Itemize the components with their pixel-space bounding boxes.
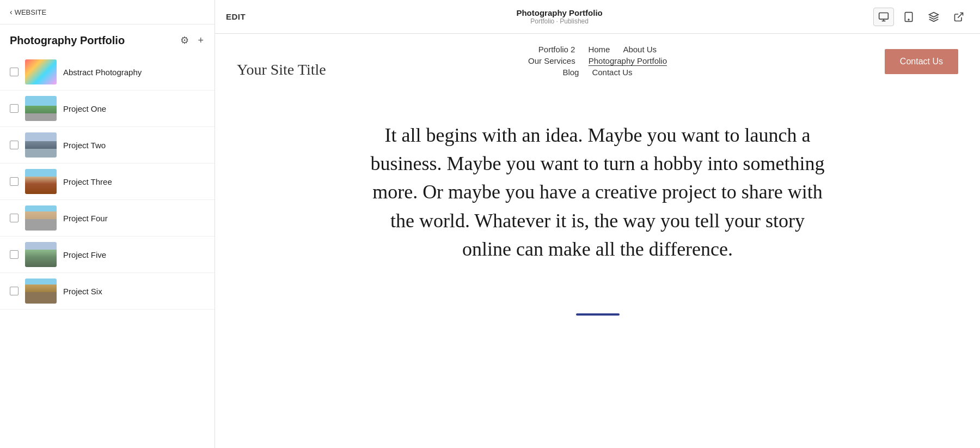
settings-button[interactable]: ⚙ [179, 33, 190, 47]
desktop-icon [878, 11, 889, 22]
sidebar-title-row: Photography Portfolio ⚙ + [0, 25, 215, 50]
nav-portfolio2[interactable]: Portfolio 2 [538, 45, 575, 54]
nav-blog[interactable]: Blog [562, 68, 579, 77]
external-link-button[interactable] [948, 8, 969, 26]
external-link-icon [953, 11, 964, 22]
nav-row-1: Portfolio 2 Home About Us [538, 45, 657, 54]
site-title: Your Site Title [237, 45, 326, 78]
preview-area: Your Site Title Portfolio 2 Home About U… [215, 34, 980, 448]
back-label: WEBSITE [15, 8, 47, 16]
svg-line-5 [958, 13, 963, 17]
sidebar-back-row[interactable]: ‹ WEBSITE [0, 0, 215, 25]
paint-icon [928, 11, 939, 22]
back-arrow-icon: ‹ [10, 8, 13, 16]
tablet-view-button[interactable] [898, 8, 919, 26]
project-checkbox-project-two[interactable] [10, 141, 19, 149]
sidebar-actions: ⚙ + [179, 33, 205, 47]
topbar-right [873, 8, 969, 26]
back-button[interactable]: ‹ WEBSITE [10, 8, 46, 16]
topbar-site-name: Photography Portfolio [516, 8, 602, 17]
topbar-site-sub: Portfolio · Published [530, 17, 589, 25]
project-checkbox-project-three[interactable] [10, 177, 19, 186]
project-checkbox-project-four[interactable] [10, 214, 19, 222]
project-name-project-three: Project Three [63, 177, 112, 186]
project-name-project-two: Project Two [63, 141, 106, 150]
main-area: EDIT Photography Portfolio Portfolio · P… [215, 0, 980, 448]
project-thumb-project-three [25, 169, 57, 194]
svg-point-4 [908, 19, 909, 20]
project-checkbox-abstract-photography[interactable] [10, 68, 19, 76]
website-preview: Your Site Title Portfolio 2 Home About U… [215, 34, 980, 448]
project-thumb-abstract-photography [25, 59, 57, 84]
bottom-indicator [215, 307, 980, 318]
sidebar: ‹ WEBSITE Photography Portfolio ⚙ + Abst… [0, 0, 215, 448]
project-checkbox-project-one[interactable] [10, 104, 19, 113]
desktop-view-button[interactable] [873, 8, 894, 26]
nav-links: Portfolio 2 Home About Us Our Services P… [528, 45, 667, 77]
nav-services[interactable]: Our Services [528, 56, 575, 65]
nav-row-2: Our Services Photography Portfolio [528, 56, 667, 65]
project-item-project-three[interactable]: Project Three [0, 164, 215, 200]
sidebar-title: Photography Portfolio [10, 34, 125, 47]
project-name-project-five: Project Five [63, 250, 106, 259]
project-name-project-one: Project One [63, 104, 106, 113]
project-checkbox-project-five[interactable] [10, 250, 19, 259]
project-name-project-four: Project Four [63, 214, 108, 223]
hero-section: It all begins with an idea. Maybe you wa… [215, 88, 980, 307]
project-thumb-project-five [25, 242, 57, 267]
nav-contact-us-link[interactable]: Contact Us [592, 68, 632, 77]
indicator-bar [576, 313, 620, 316]
nav-photography-portfolio[interactable]: Photography Portfolio [589, 56, 667, 65]
project-thumb-project-two [25, 132, 57, 158]
hero-paragraph: It all begins with an idea. Maybe you wa… [364, 121, 832, 263]
nav-row-3: Blog Contact Us [562, 68, 632, 77]
tablet-icon [903, 11, 914, 22]
nav-home[interactable]: Home [588, 45, 610, 54]
project-thumb-project-four [25, 205, 57, 231]
paint-button[interactable] [923, 8, 944, 26]
project-list: Abstract PhotographyProject OneProject T… [0, 50, 215, 314]
contact-us-button[interactable]: Contact Us [885, 49, 958, 74]
project-thumb-project-six [25, 279, 57, 304]
edit-label: EDIT [226, 12, 246, 21]
project-item-project-five[interactable]: Project Five [0, 237, 215, 273]
project-item-project-six[interactable]: Project Six [0, 273, 215, 310]
project-name-abstract-photography: Abstract Photography [63, 68, 142, 77]
topbar: EDIT Photography Portfolio Portfolio · P… [215, 0, 980, 34]
project-item-project-four[interactable]: Project Four [0, 200, 215, 237]
site-nav: Your Site Title Portfolio 2 Home About U… [215, 34, 980, 88]
add-button[interactable]: + [197, 34, 205, 47]
svg-rect-0 [879, 13, 889, 19]
nav-about[interactable]: About Us [623, 45, 657, 54]
project-item-project-two[interactable]: Project Two [0, 127, 215, 164]
topbar-center: Photography Portfolio Portfolio · Publis… [516, 8, 602, 25]
project-name-project-six: Project Six [63, 287, 102, 296]
project-item-project-one[interactable]: Project One [0, 90, 215, 127]
project-checkbox-project-six[interactable] [10, 287, 19, 295]
project-thumb-project-one [25, 96, 57, 121]
project-item-abstract-photography[interactable]: Abstract Photography [0, 54, 215, 90]
